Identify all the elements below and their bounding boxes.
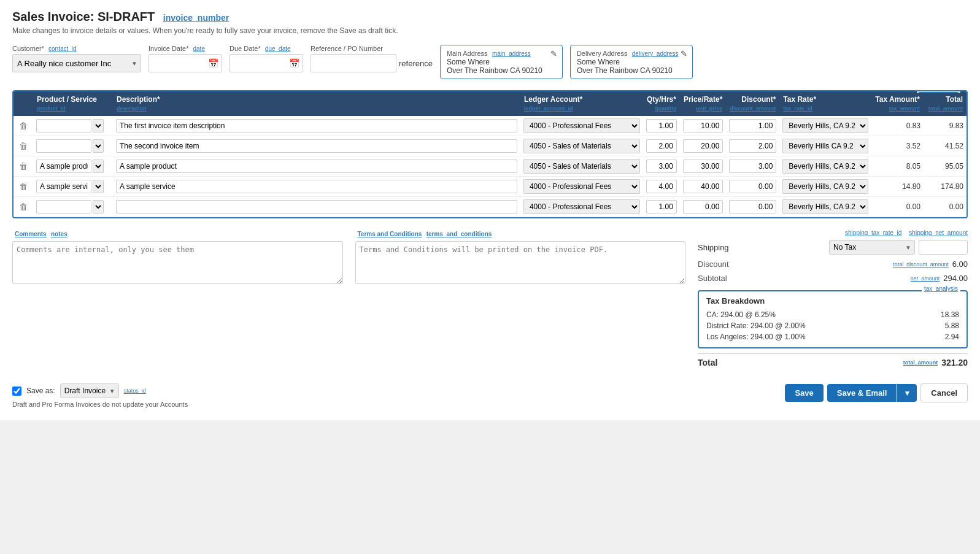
comments-id-annot: notes (51, 231, 68, 237)
delete-row-button[interactable]: 🗑 (17, 160, 30, 172)
product-select[interactable]: ▼ (93, 119, 104, 133)
total-label: Total (698, 358, 717, 367)
page-subtitle: Make changes to invoice details or value… (12, 26, 968, 35)
description-input[interactable] (116, 119, 517, 133)
tax-line-value: 2.94 (945, 333, 959, 341)
ledger-select[interactable]: 4050 - Sales of Materials (523, 159, 640, 174)
discount-input[interactable] (729, 180, 776, 193)
main-address-box: Main Address main_address Some Where Ove… (440, 45, 563, 79)
taxrate-select[interactable]: Beverly Hills, CA 9.2 (782, 199, 868, 214)
taxrate-select[interactable]: Beverly Hills, CA 9.2 (782, 179, 868, 194)
product-input[interactable] (36, 200, 91, 214)
ledger-select[interactable]: 4000 - Professional Fees (523, 118, 640, 133)
delete-row-button[interactable]: 🗑 (17, 201, 30, 213)
price-input[interactable] (683, 139, 723, 153)
taxrate-select[interactable]: Beverly Hills, CA 9.2 (782, 118, 868, 133)
save-email-dropdown-arrow[interactable]: ▼ (897, 384, 917, 402)
product-input[interactable] (36, 119, 91, 133)
reference-input[interactable]: AB-123 (311, 54, 396, 72)
price-input[interactable] (683, 160, 723, 173)
discount-input[interactable] (729, 139, 776, 153)
description-input[interactable] (116, 180, 517, 193)
description-input[interactable] (116, 160, 517, 173)
qty-input[interactable] (646, 119, 677, 133)
product-input[interactable] (36, 139, 91, 153)
ledger-select[interactable]: 4000 - Professional Fees (523, 199, 640, 214)
tax-lines-container: CA: 294.00 @ 6.25%18.38District Rate: 29… (706, 309, 959, 342)
main-address-edit-icon[interactable]: ✎ (550, 49, 557, 58)
save-draft-checkbox[interactable] (12, 387, 21, 396)
terms-label: Terms and Conditions terms_and_condition… (355, 229, 686, 238)
delete-row-button[interactable]: 🗑 (17, 120, 30, 132)
taxamt-id-annot: tax_amount (889, 106, 920, 112)
delivery-address-edit-icon[interactable]: ✎ (681, 49, 687, 58)
total-cell: 41.52 (924, 136, 966, 156)
ledger-id-annot: ledger_account_id (524, 106, 573, 112)
delivery-address-line1: Some Where (577, 58, 686, 66)
terms-section: Terms and Conditions terms_and_condition… (355, 229, 686, 371)
cancel-button[interactable]: Cancel (920, 383, 968, 402)
description-input[interactable] (116, 139, 517, 153)
shipping-tax-select[interactable]: No Tax (829, 240, 915, 255)
shipping-annots: shipping_tax_rate_id shipping_net_amount (698, 229, 968, 236)
price-input[interactable] (683, 180, 723, 193)
terms-textarea[interactable] (355, 241, 686, 284)
disc-id-annot: discount_amount (730, 106, 776, 112)
subtotal-value: 294.00 (943, 274, 968, 283)
product-select[interactable]: ▼ (93, 139, 104, 153)
due-date-field-id: due_date (265, 45, 291, 52)
qty-input[interactable] (646, 180, 677, 193)
table-row: 🗑 ▼ 4000 - Professional Fees (14, 116, 966, 136)
discount-annot: total_discount_amount (893, 261, 949, 267)
customer-select[interactable]: A Really nice customer Inc (12, 54, 141, 72)
save-email-button[interactable]: Save & Email (827, 384, 897, 402)
ledger-select[interactable]: 4050 - Sales of Materials (523, 139, 640, 153)
invoice-date-calendar-icon[interactable]: 📅 (208, 58, 218, 68)
product-input[interactable] (36, 160, 91, 173)
save-button[interactable]: Save (785, 384, 823, 402)
taxrate-select[interactable]: Beverly Hills CA 9.2 (782, 139, 868, 153)
tax-line: CA: 294.00 @ 6.25%18.38 (706, 309, 959, 320)
due-date-input-wrapper: 07/20/2018 📅 (230, 54, 303, 72)
tax-breakdown-label: Tax Breakdown (706, 296, 959, 306)
tax-line-label: CA: 294.00 @ 6.25% (706, 310, 776, 319)
discount-input[interactable] (729, 200, 776, 214)
delete-row-button[interactable]: 🗑 (17, 180, 30, 193)
delete-row-button[interactable]: 🗑 (17, 140, 30, 152)
discount-input[interactable] (729, 119, 776, 133)
qty-input[interactable] (646, 160, 677, 173)
delivery-address-label: Delivery Address (577, 50, 628, 57)
ledger-select[interactable]: 4000 - Professional Fees (523, 179, 640, 194)
main-address-line1: Some Where (447, 58, 556, 66)
shipping-amount-input[interactable]: 0.00 (919, 240, 968, 255)
comments-label: Comments notes (12, 229, 343, 238)
terms-id-annot: terms_and_conditions (426, 231, 492, 237)
tax-breakdown-box: tax_analysis Tax Breakdown CA: 294.00 @ … (698, 290, 968, 348)
product-select[interactable]: ▼ (93, 180, 104, 193)
save-as-select[interactable]: Draft Invoice (60, 383, 119, 398)
qty-input[interactable] (646, 139, 677, 153)
price-input[interactable] (683, 119, 723, 133)
tax-amount-cell: 14.80 (871, 177, 924, 197)
due-date-calendar-icon[interactable]: 📅 (289, 58, 299, 68)
shipping-net-annot: shipping_net_amount (909, 229, 968, 236)
comments-textarea[interactable] (12, 241, 343, 284)
footer-left: Save as: Draft Invoice ▼ status_id Draft… (12, 383, 188, 408)
product-select[interactable]: ▼ (93, 200, 104, 214)
product-select[interactable]: ▼ (93, 160, 104, 173)
subtotal-row: Subtotal net_amount 294.00 (698, 271, 968, 285)
bottom-section: Comments notes Terms and Conditions term… (12, 229, 968, 371)
col-header-discount: Discount*discount_amount (726, 91, 779, 116)
delivery-address-box: Delivery Address delivery_address Some W… (570, 45, 693, 79)
tax-line-label: District Rate: 294.00 @ 2.00% (706, 321, 806, 330)
description-input[interactable] (116, 200, 517, 214)
main-address-label: Main Address (447, 50, 488, 57)
discount-input[interactable] (729, 160, 776, 173)
price-input[interactable] (683, 200, 723, 214)
discount-row: Discount total_discount_amount 6.00 (698, 257, 968, 271)
save-email-wrapper: Save & Email ▼ (827, 384, 917, 402)
subtotal-label: Subtotal (698, 274, 727, 283)
qty-input[interactable] (646, 200, 677, 214)
product-input[interactable] (36, 180, 91, 193)
taxrate-select[interactable]: Beverly Hills, CA 9.2 (782, 159, 868, 174)
